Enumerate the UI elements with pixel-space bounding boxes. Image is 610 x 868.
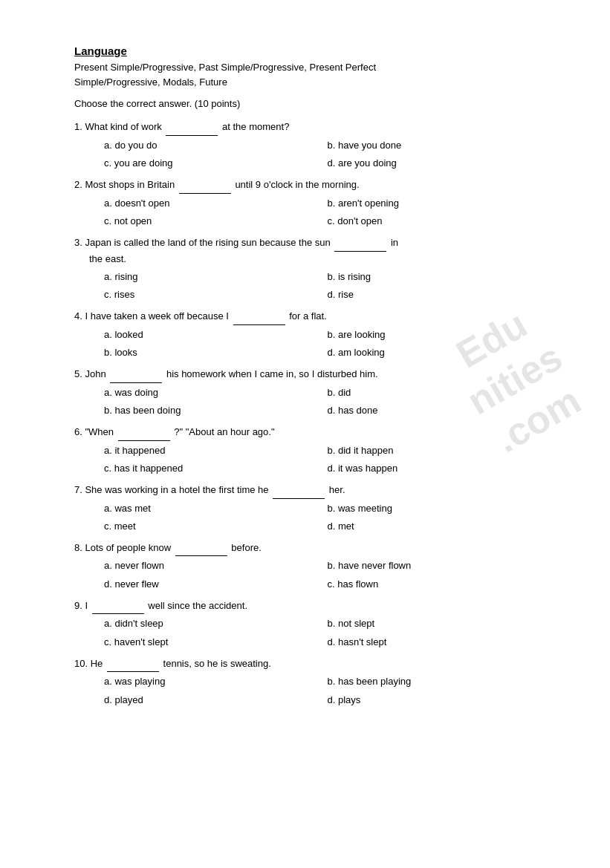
option-2a: a. doesn't open: [104, 195, 328, 212]
option-1a: a. do you do: [104, 137, 328, 154]
instruction: Choose the correct answer. (10 points): [74, 98, 551, 109]
option-6a: a. it happened: [104, 443, 328, 459]
option-5a: a. was doing: [104, 385, 328, 401]
option-9d: d. hasn't slept: [328, 634, 551, 650]
option-8c: c. has flown: [328, 576, 551, 593]
option-2d: c. don't open: [328, 213, 551, 229]
option-7b: b. was meeting: [328, 500, 551, 517]
question-4: 4. I have taken a week off because I for…: [74, 309, 551, 361]
option-7d: d. met: [328, 518, 551, 535]
option-1c: c. you are doing: [104, 155, 328, 172]
option-9b: b. not slept: [328, 616, 551, 632]
option-8b: b. have never flown: [328, 558, 551, 574]
option-4a: a. looked: [104, 327, 328, 343]
question-5: 5. John his homework when I came in, so …: [74, 367, 551, 419]
option-8a: a. never flown: [104, 558, 328, 574]
question-8: 8. Lots of people know before. a. never …: [74, 541, 551, 593]
option-6d: d. it was happen: [328, 460, 551, 477]
option-7a: a. was met: [104, 500, 328, 517]
question-1: 1. What kind of work at the moment? a. d…: [74, 120, 551, 172]
option-10d2: d. plays: [328, 692, 551, 708]
option-2c: c. not open: [104, 213, 328, 229]
option-5d: d. has done: [328, 402, 551, 419]
option-10b: b. has been playing: [328, 673, 551, 690]
option-2b: b. aren't opening: [328, 195, 551, 212]
option-9a: a. didn't sleep: [104, 616, 328, 632]
question-3: 3. Japan is called the land of the risin…: [74, 235, 551, 303]
option-1b: b. have you done: [328, 137, 551, 154]
question-9: 9. I well since the accident. a. didn't …: [74, 598, 551, 650]
option-5b: b. did: [328, 385, 551, 401]
option-10a: a. was playing: [104, 673, 328, 690]
option-3d: d. rise: [328, 287, 551, 303]
option-9c: c. haven't slept: [104, 634, 328, 650]
option-3b: b. is rising: [328, 269, 551, 285]
page: Edunities.com Language Present Simple/Pr…: [0, 0, 610, 759]
option-3a: a. rising: [104, 269, 328, 285]
option-4b: b. are looking: [328, 327, 551, 343]
question-6: 6. "When ?" "About an hour ago." a. it h…: [74, 425, 551, 477]
option-5c: b. has been doing: [104, 402, 328, 419]
subtitle: Present Simple/Progressive, Past Simple/…: [74, 60, 551, 89]
option-6b: b. did it happen: [328, 443, 551, 459]
option-3c: c. rises: [104, 287, 328, 303]
option-6c: c. has it happened: [104, 460, 328, 477]
option-4d: d. am looking: [328, 345, 551, 361]
option-7c: c. meet: [104, 518, 328, 535]
option-10d1: d. played: [104, 692, 328, 708]
question-2: 2. Most shops in Britain until 9 o'clock…: [74, 177, 551, 229]
question-10: 10. He tennis, so he is sweating. a. was…: [74, 656, 551, 708]
page-title: Language: [74, 45, 551, 57]
option-1d: d. are you doing: [328, 155, 551, 172]
question-7: 7. She was working in a hotel the first …: [74, 483, 551, 535]
option-4c: b. looks: [104, 345, 328, 361]
option-8d: d. never flew: [104, 576, 328, 593]
